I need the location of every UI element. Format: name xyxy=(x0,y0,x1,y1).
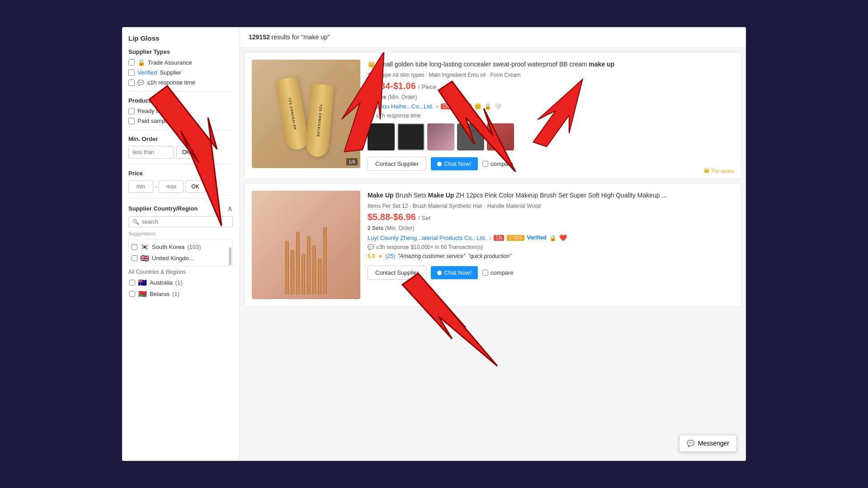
ready-to-ship-label: Ready to Ship xyxy=(137,108,175,114)
trade-assurance-checkbox[interactable] xyxy=(128,59,135,66)
uk-checkbox[interactable] xyxy=(132,255,137,261)
rating-score: 5.0 xyxy=(368,253,375,259)
chat-now-button-2[interactable]: Chat Now! xyxy=(431,266,478,279)
thumb-1-2[interactable] xyxy=(397,123,425,150)
brush-2 xyxy=(291,249,294,295)
min-order-qty-2: 2 Sets xyxy=(368,225,383,231)
verified-supplier-filter[interactable]: Verified Supplier xyxy=(128,69,233,76)
min-order-suffix-1: (Min. Order) xyxy=(388,94,417,100)
compare-row-2[interactable]: compare xyxy=(482,269,514,276)
top-sponsor-text: Top spons xyxy=(711,168,734,174)
tube-1: YZS CONCEALER xyxy=(275,76,310,151)
verified-supplier-checkbox[interactable] xyxy=(128,70,135,76)
sidebar-title: Lip Gloss xyxy=(128,34,233,42)
verified-text: Verified xyxy=(137,69,157,76)
per-unit-1: / Piece xyxy=(418,84,436,90)
transaction-info: $10,000+ in 66 Transaction(s) xyxy=(411,244,483,250)
compare-label-1: compare xyxy=(491,160,514,167)
thumb-1-5[interactable] xyxy=(487,123,514,150)
belarus-count: (1) xyxy=(172,291,179,297)
results-text: results for "make up" xyxy=(272,33,330,41)
price-ok-button[interactable]: OK xyxy=(185,180,205,193)
trade-assurance-filter[interactable]: 🔒 Trade Assurance xyxy=(128,59,233,66)
chat-now-button-1[interactable]: Chat Now! xyxy=(431,157,478,170)
min-order-input[interactable] xyxy=(128,146,174,159)
belarus-checkbox[interactable] xyxy=(129,291,135,297)
cn-badge-1: CN xyxy=(441,103,451,109)
tube-2: YZS CONCEALER xyxy=(305,84,334,158)
brush-1 xyxy=(285,240,289,295)
product-price-1: $0.84-$1.06 / Piece xyxy=(368,81,734,91)
review-quote-2: "quick production" xyxy=(468,253,511,259)
australia-row[interactable]: 🇦🇺 Australia (1) xyxy=(128,277,233,288)
chat-icon: 💬 xyxy=(137,80,144,86)
country-search-box[interactable]: 🔍 xyxy=(128,216,233,227)
paid-samples-filter[interactable]: Paid samples xyxy=(128,117,233,124)
cn-badge-2: CN xyxy=(494,235,504,241)
messenger-button[interactable]: 💬 Messenger xyxy=(679,435,737,452)
collapse-icon[interactable]: ∧ xyxy=(227,204,233,213)
response-time-filter[interactable]: 💬 ≤1h response time xyxy=(128,79,233,86)
uk-label: United Kingdo... xyxy=(152,255,194,262)
price-min-input[interactable] xyxy=(128,180,153,193)
product-meta-2: Items Per Set 12 · Brush Material Synthe… xyxy=(368,203,734,209)
min-order-row: OK xyxy=(128,146,233,159)
thumb-1-4[interactable] xyxy=(457,123,484,150)
south-korea-row[interactable]: 🇰🇷 South Korea (103) xyxy=(131,241,231,253)
belarus-label: Belarus xyxy=(150,291,170,297)
contact-supplier-button-2[interactable]: Contact Supplier xyxy=(368,266,426,280)
product-image-2[interactable]: ♡ xyxy=(252,191,360,299)
min-order-text-1: 1 Piece (Min. Order) xyxy=(368,94,734,100)
heart-fav-1[interactable]: 🤍 xyxy=(494,103,501,110)
messenger-label: Messenger xyxy=(698,440,729,447)
brush-3 xyxy=(296,231,300,295)
response-time-1: 💬 ≤7h response time xyxy=(368,113,734,119)
supplier-row-1: Shantou Haihе...Co., Ltd. › CN 1 YRS 😊 🔒… xyxy=(368,103,734,110)
product-list: ♡ YZS CONCEALER YZS CONCEALER 1/6 👑 xyxy=(240,47,746,461)
belarus-row[interactable]: 🇧🇾 Belarus (1) xyxy=(128,288,233,300)
price-dash: - xyxy=(155,183,157,190)
ready-to-ship-filter[interactable]: Ready to Ship xyxy=(128,108,233,114)
product-title-bold-1: make up xyxy=(589,61,614,68)
uk-row[interactable]: 🇬🇧 United Kingdo... xyxy=(131,253,231,264)
compare-checkbox-2[interactable] xyxy=(482,270,488,276)
tube-text-1: YZS CONCEALER xyxy=(288,97,297,130)
gold-lock-2: 🔒 xyxy=(549,235,557,241)
price-max-input[interactable] xyxy=(159,180,184,193)
product-image-1[interactable]: ♡ YZS CONCEALER YZS CONCEALER 1/6 xyxy=(252,60,360,168)
ready-to-ship-checkbox[interactable] xyxy=(128,108,135,114)
compare-checkbox-1[interactable] xyxy=(482,161,488,167)
response-time-2: 💬 ≤3h response $10,000+ in 66 Transactio… xyxy=(368,244,734,250)
results-count: 129152 xyxy=(249,33,270,41)
compare-row-1[interactable]: compare xyxy=(482,160,514,167)
south-korea-checkbox[interactable] xyxy=(132,244,137,250)
tube-text-2: YZS CONCEALER xyxy=(316,104,322,137)
chat-dot-icon xyxy=(437,162,442,166)
arrow-icon-1: › xyxy=(436,103,438,110)
supplier-name-1[interactable]: Shantou Haihе...Co., Ltd. xyxy=(368,103,434,110)
emoji-icon-1: 😊 xyxy=(474,103,481,110)
divider-4 xyxy=(128,198,233,199)
australia-checkbox[interactable] xyxy=(129,280,135,286)
chat-icon-1: 💬 xyxy=(368,113,374,119)
product-card-2: ♡ xyxy=(244,183,741,307)
product-price-2: $5.88-$6.96 / Set xyxy=(368,212,734,222)
image-counter-1[interactable]: 1/6 xyxy=(346,158,358,165)
paid-samples-checkbox[interactable] xyxy=(128,118,135,124)
brush-5 xyxy=(307,236,311,295)
thumb-1-3[interactable] xyxy=(427,123,454,150)
country-scroll-area[interactable]: 🇰🇷 South Korea (103) 🇬🇧 United Kingdo... xyxy=(128,239,233,266)
supplier-name-2[interactable]: Luyi County Zheng...aterial Products Co.… xyxy=(368,235,486,241)
product-title-part1-2: Make Up xyxy=(368,192,394,199)
thumb-1-1[interactable] xyxy=(368,123,395,150)
country-search-input[interactable] xyxy=(142,219,229,225)
min-order-ok-button[interactable]: OK xyxy=(176,146,196,159)
wishlist-icon-2[interactable]: ♡ xyxy=(349,194,357,204)
product-types-heading: Product Types xyxy=(128,97,233,104)
action-row-2: Contact Supplier Chat Now! compare xyxy=(368,266,734,280)
wishlist-icon-1[interactable]: ♡ xyxy=(349,63,357,73)
chat-icon-2: 💬 xyxy=(368,244,374,250)
response-time-checkbox[interactable] xyxy=(128,80,135,86)
paid-samples-label: Paid samples xyxy=(137,117,173,124)
contact-supplier-button-1[interactable]: Contact Supplier xyxy=(368,157,426,171)
